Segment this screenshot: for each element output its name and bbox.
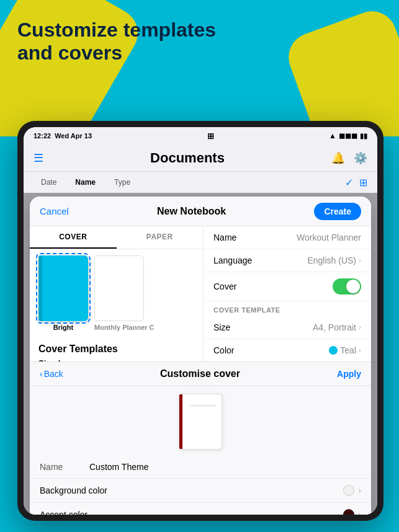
right-panel: Name Workout Planner Language English (U… [204, 226, 371, 515]
setting-language: Language English (US) › [204, 249, 371, 272]
panel-tabs: COVER PAPER [30, 226, 203, 249]
chevron-bg: › [358, 485, 361, 496]
filter-row: Date Name Type ✓ ⊞ [24, 172, 377, 193]
cover-label-paper: Monthly Planner C [94, 321, 155, 331]
cover-template-header: COVER TEMPLATE [204, 301, 371, 316]
bg-color-circle [343, 485, 354, 496]
ipad-screen: 12:22 Wed Apr 13 ⊞ ▲ ◼◼◼ ▮▮ ☰ Documents … [24, 127, 377, 515]
chevron-size: › [359, 323, 361, 332]
bg-color-swatch: › [343, 485, 361, 496]
create-button[interactable]: Create [314, 203, 361, 220]
status-time: 12:22 [34, 132, 51, 140]
filter-tab-date[interactable]: Date [34, 175, 64, 189]
filter-tab-type[interactable]: Type [107, 175, 138, 189]
cover-label-bright: Bright [38, 321, 88, 331]
tab-paper[interactable]: PAPER [117, 226, 204, 249]
customise-header: ‹ Back Customise cover Apply [30, 362, 371, 386]
label-size: Size [213, 322, 230, 332]
accent-color-row[interactable]: Accent color › [30, 503, 371, 515]
label-language: Language [213, 255, 252, 265]
page-title: Documents [150, 150, 225, 166]
ipad-frame: 12:22 Wed Apr 13 ⊞ ▲ ◼◼◼ ▮▮ ☰ Documents … [17, 121, 383, 521]
main-content: Cancel New Notebook Create COVER PAPER [24, 193, 377, 515]
top-nav: ☰ Documents 🔔 ⚙️ [24, 144, 377, 172]
templates-title: Cover Templates [38, 344, 194, 355]
field-name-row: Name Custom Theme [30, 456, 371, 479]
chevron-accent: › [358, 509, 361, 515]
grid-icon[interactable]: ⊞ [359, 177, 367, 188]
chevron-language: › [359, 256, 361, 265]
modal-title: New Notebook [157, 206, 226, 217]
cover-item-bright[interactable]: Bright [38, 255, 88, 331]
setting-size: Size A4, Portrait › [204, 316, 371, 339]
field-name-value[interactable]: Custom Theme [89, 462, 361, 472]
cover-book-paper [94, 255, 144, 321]
customise-fields: Name Custom Theme Background color › [30, 456, 371, 515]
battery-icon: ▮▮ [360, 132, 367, 140]
headline: Customize templates and covers [17, 19, 216, 64]
notebook-modal: Cancel New Notebook Create COVER PAPER [30, 197, 371, 515]
modal-body: COVER PAPER Bright Monthly Planner C [30, 226, 371, 515]
customise-preview [30, 386, 371, 456]
back-button[interactable]: ‹ Back [40, 369, 63, 379]
cover-item-paper[interactable]: Monthly Planner C [94, 255, 155, 331]
tab-cover[interactable]: COVER [30, 226, 117, 249]
status-icons: ▲ ◼◼◼ ▮▮ [329, 131, 367, 140]
customise-title: Customise cover [160, 368, 240, 379]
status-date: Wed Apr 13 [55, 132, 92, 140]
value-language[interactable]: English (US) › [307, 255, 361, 265]
label-color: Color [213, 345, 234, 355]
chevron-back-icon: ‹ [40, 369, 43, 379]
hamburger-icon[interactable]: ☰ [34, 151, 43, 165]
book-line [191, 406, 215, 406]
bg-color-label: Background color [40, 485, 107, 495]
status-page-icon: ⊞ [207, 131, 214, 141]
value-name[interactable]: Workout Planner [297, 233, 361, 242]
value-color[interactable]: Teal › [329, 345, 361, 355]
status-bar: 12:22 Wed Apr 13 ⊞ ▲ ◼◼◼ ▮▮ [24, 127, 377, 144]
setting-color: Color Teal › [204, 339, 371, 362]
preview-book [179, 394, 222, 450]
checkmark-icon[interactable]: ✓ [345, 177, 353, 188]
cover-toggle[interactable] [333, 278, 361, 295]
filter-tab-name[interactable]: Name [68, 175, 103, 189]
teal-dot [329, 346, 338, 355]
value-size[interactable]: A4, Portrait › [313, 322, 361, 332]
back-label: Back [44, 369, 63, 379]
accent-color-swatch: › [343, 509, 361, 515]
filter-action-icons: ✓ ⊞ [345, 177, 367, 188]
customise-panel: ‹ Back Customise cover Apply [30, 361, 371, 515]
cover-book-bright [38, 255, 88, 321]
field-name-label: Name [40, 462, 89, 472]
apply-button[interactable]: Apply [337, 369, 361, 379]
bell-icon[interactable]: 🔔 [331, 151, 345, 165]
modal-header: Cancel New Notebook Create [30, 197, 371, 226]
book-spine [179, 394, 182, 449]
yellow-ribbon-right [282, 4, 399, 136]
cancel-button[interactable]: Cancel [40, 206, 69, 216]
filter-tabs: Date Name Type [34, 175, 138, 189]
chevron-color: › [359, 346, 361, 355]
bg-color-row[interactable]: Background color › [30, 479, 371, 503]
signal-icon: ◼◼◼ [339, 131, 357, 140]
accent-color-circle [343, 509, 354, 515]
cover-preview-area: Bright Monthly Planner C [30, 249, 203, 337]
wifi-icon: ▲ [329, 131, 336, 140]
label-cover: Cover [213, 282, 236, 291]
label-name: Name [213, 233, 236, 242]
accent-color-label: Accent color [40, 510, 87, 515]
setting-cover: Cover [204, 272, 371, 301]
nav-icons: 🔔 ⚙️ [331, 151, 367, 165]
setting-name: Name Workout Planner [204, 226, 371, 249]
gear-icon[interactable]: ⚙️ [354, 151, 367, 165]
